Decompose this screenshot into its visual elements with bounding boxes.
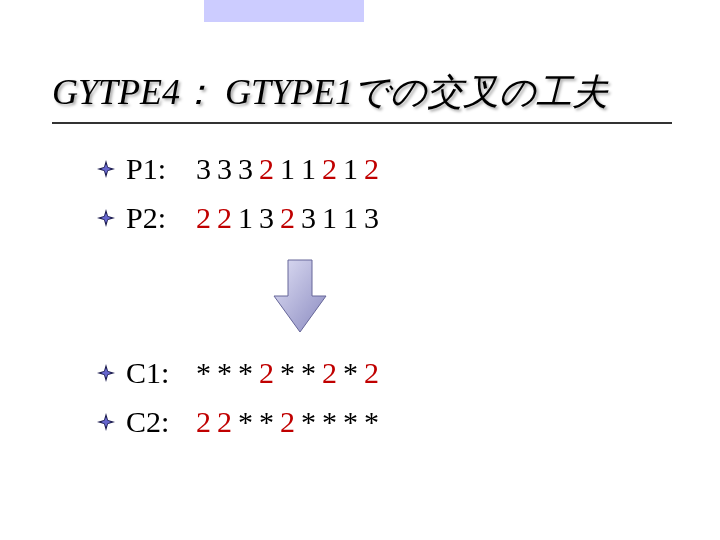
title-underline: [52, 122, 672, 124]
seq-cell: 1: [343, 201, 358, 234]
bullet-icon: [96, 208, 116, 228]
seq-cell: *: [322, 405, 337, 438]
seq-cell: *: [280, 356, 295, 389]
seq-cell: 1: [301, 152, 316, 185]
child-row: C2:22**2****: [96, 399, 385, 444]
seq-cell: *: [301, 356, 316, 389]
seq-cell: 1: [343, 152, 358, 185]
seq-cell: 2: [196, 201, 211, 234]
row-label: P1:: [126, 146, 186, 191]
svg-marker-5: [101, 368, 111, 378]
seq-cell: *: [343, 405, 358, 438]
seq-cell: 2: [259, 356, 274, 389]
seq-cell: *: [343, 356, 358, 389]
seq-cell: 2: [322, 356, 337, 389]
seq-cell: 3: [259, 201, 274, 234]
row-label: C1:: [126, 350, 186, 395]
seq-cell: 2: [280, 201, 295, 234]
bullet-icon: [96, 159, 116, 179]
child-row: C1:***2**2*2: [96, 350, 385, 395]
down-arrow-icon: [270, 256, 330, 340]
seq-cell: *: [196, 356, 211, 389]
slide: GYTPE4： GTYPE1での交叉の工夫 P1:333211212P2:221…: [0, 0, 720, 540]
seq-cell: *: [238, 356, 253, 389]
svg-marker-3: [101, 213, 111, 223]
seq-cell: 1: [322, 201, 337, 234]
child-rows: C1:***2**2*2C2:22**2****: [96, 350, 385, 448]
top-decor-bar: [204, 0, 364, 22]
seq-cell: 2: [217, 405, 232, 438]
seq-cell: 3: [301, 201, 316, 234]
seq-cell: *: [259, 405, 274, 438]
seq-cell: 3: [238, 152, 253, 185]
seq-cell: 2: [217, 201, 232, 234]
seq-cell: 2: [322, 152, 337, 185]
seq-cell: 2: [364, 152, 379, 185]
seq-cell: 2: [259, 152, 274, 185]
bullet-icon: [96, 363, 116, 383]
row-label: C2:: [126, 399, 186, 444]
parent-rows: P1:333211212P2:221323113: [96, 146, 385, 244]
seq-cell: *: [238, 405, 253, 438]
seq-cell: *: [217, 356, 232, 389]
parent-row: P2:221323113: [96, 195, 385, 240]
seq-cell: *: [364, 405, 379, 438]
svg-marker-7: [101, 417, 111, 427]
row-sequence: ***2**2*2: [196, 350, 385, 395]
seq-cell: 2: [364, 356, 379, 389]
svg-marker-1: [101, 164, 111, 174]
row-sequence: 333211212: [196, 146, 385, 191]
seq-cell: 2: [280, 405, 295, 438]
slide-title: GYTPE4： GTYPE1での交叉の工夫: [52, 68, 608, 117]
seq-cell: 2: [196, 405, 211, 438]
parent-row: P1:333211212: [96, 146, 385, 191]
seq-cell: *: [301, 405, 316, 438]
seq-cell: 3: [196, 152, 211, 185]
seq-cell: 3: [217, 152, 232, 185]
row-label: P2:: [126, 195, 186, 240]
seq-cell: 3: [364, 201, 379, 234]
seq-cell: 1: [238, 201, 253, 234]
row-sequence: 221323113: [196, 195, 385, 240]
row-sequence: 22**2****: [196, 399, 385, 444]
seq-cell: 1: [280, 152, 295, 185]
bullet-icon: [96, 412, 116, 432]
